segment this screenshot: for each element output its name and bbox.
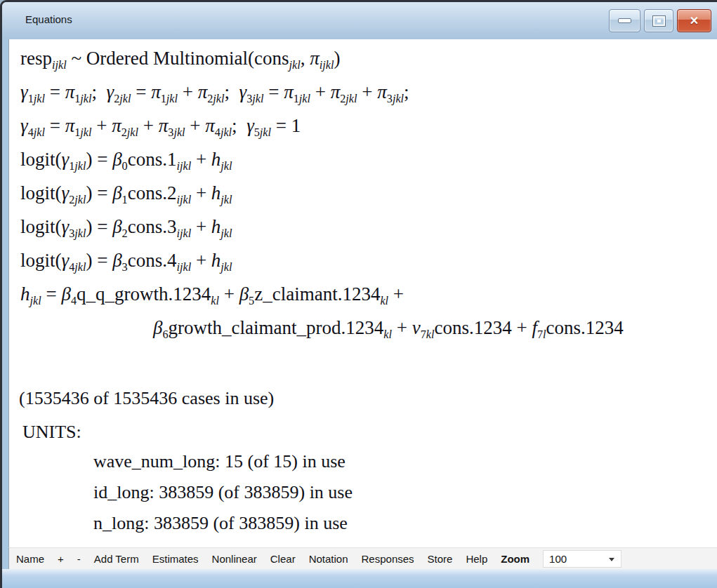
equation-line[interactable]: γ1jkl = π1jkl; γ2jkl = π1jkl + π2jkl; γ3…	[9, 75, 717, 109]
toolbar-button-estimates[interactable]: Estimates	[152, 553, 199, 565]
equation-line[interactable]: hjkl = β4q_q_growth.1234kl + β5z_claiman…	[9, 277, 717, 311]
toolbar-button-[interactable]: -	[77, 553, 81, 565]
toolbar-button-responses[interactable]: Responses	[362, 553, 414, 565]
toolbar-button-[interactable]: +	[58, 553, 64, 565]
zoom-level-select[interactable]: 100	[543, 550, 621, 568]
close-button[interactable]: ✕	[677, 9, 711, 32]
equations-window: Equations ✕ respijkl ~ Ordered Multinomi…	[0, 0, 717, 588]
toolbar-button-zoom[interactable]: Zoom	[501, 553, 529, 565]
restore-button[interactable]	[644, 9, 673, 32]
equation-line[interactable]: γ4jkl = π1jkl + π2jkl + π3jkl + π4jkl; γ…	[9, 109, 717, 142]
equations-toolbar: Name+-Add TermEstimatesNonlinearClearNot…	[8, 547, 717, 569]
equations-list: respijkl ~ Ordered Multinomial(consjkl, …	[9, 41, 717, 345]
equations-pane: respijkl ~ Ordered Multinomial(consjkl, …	[8, 39, 717, 547]
title-bar[interactable]: Equations ✕	[2, 2, 717, 39]
toolbar-button-help[interactable]: Help	[466, 553, 487, 565]
units-label: UNITS:	[9, 418, 717, 446]
toolbar-button-store[interactable]: Store	[428, 553, 453, 565]
equation-line[interactable]: logit(γ2jkl) = β1cons.2ijkl + hjkl	[9, 176, 717, 210]
toolbar-button-notation[interactable]: Notation	[309, 553, 348, 565]
window-bottom-frame	[2, 569, 717, 588]
equation-line[interactable]: logit(γ1jkl) = β0cons.1ijkl + hjkl	[9, 142, 717, 176]
toolbar-button-name[interactable]: Name	[16, 553, 44, 565]
equation-line[interactable]: β6growth_claimant_prod.1234kl + v7klcons…	[9, 311, 717, 345]
window-title: Equations	[25, 13, 72, 25]
equation-line[interactable]: logit(γ4jkl) = β3cons.4ijkl + hjkl	[9, 243, 717, 277]
minimize-button[interactable]	[609, 9, 640, 32]
window-controls: ✕	[609, 9, 711, 32]
toolbar-button-clear[interactable]: Clear	[270, 553, 296, 565]
zoom-level-value: 100	[549, 553, 567, 565]
close-icon: ✕	[690, 15, 699, 27]
minimize-icon	[618, 18, 631, 23]
unit-line: wave_num_long: 15 (of 15) in use	[9, 446, 717, 477]
unit-line: n_long: 383859 (of 383859) in use	[9, 508, 717, 539]
toolbar-button-nonlinear[interactable]: Nonlinear	[212, 553, 257, 565]
equation-line[interactable]: logit(γ3jkl) = β2cons.3ijkl + hjkl	[9, 210, 717, 243]
equation-line[interactable]: respijkl ~ Ordered Multinomial(consjkl, …	[9, 41, 717, 75]
cases-in-use-text: (1535436 of 1535436 cases in use)	[9, 385, 717, 413]
chevron-down-icon	[609, 558, 614, 561]
unit-line: id_long: 383859 (of 383859) in use	[9, 477, 717, 508]
restore-icon	[653, 16, 665, 26]
units-list: wave_num_long: 15 (of 15) in useid_long:…	[9, 446, 717, 539]
toolbar-button-add-term[interactable]: Add Term	[94, 553, 139, 565]
